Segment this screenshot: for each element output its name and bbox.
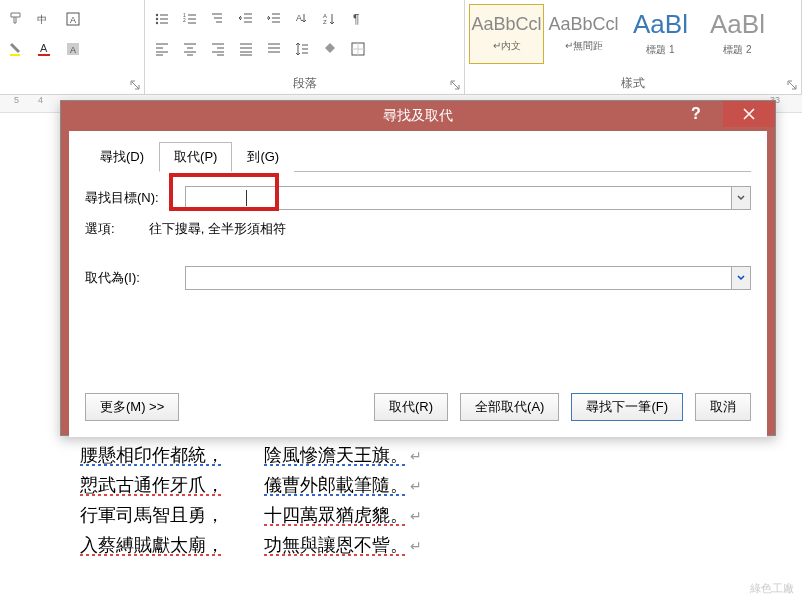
find-replace-dialog: 尋找及取代 ? 尋找(D) 取代(P) 到(G) 尋找目標(N): 選項: 往下… xyxy=(60,100,776,436)
close-button[interactable] xyxy=(723,101,775,127)
more-button[interactable]: 更多(M) >> xyxy=(85,393,179,421)
style-heading2[interactable]: AaBl 標題 2 xyxy=(700,4,775,64)
ribbon: 中 A A A 12 A AZ ¶ xyxy=(0,0,802,95)
multilevel-icon[interactable] xyxy=(207,8,229,30)
replace-history-dropdown[interactable] xyxy=(731,266,751,290)
replace-button[interactable]: 取代(R) xyxy=(374,393,448,421)
replace-label: 取代為(I): xyxy=(85,269,175,287)
font-group: 中 A A A xyxy=(0,0,145,94)
justify-icon[interactable] xyxy=(235,38,257,60)
svg-rect-5 xyxy=(38,54,50,56)
tab-find[interactable]: 尋找(D) xyxy=(85,142,159,172)
styles-dialog-launcher[interactable] xyxy=(785,78,799,92)
doc-line: 腰懸相印作都統， 陰風慘澹天王旗。↵ xyxy=(80,443,802,467)
replace-input[interactable] xyxy=(185,266,731,290)
dialog-body: 尋找(D) 取代(P) 到(G) 尋找目標(N): 選項: 往下搜尋, 全半形須… xyxy=(69,131,767,437)
align-left-icon[interactable] xyxy=(151,38,173,60)
char-border-icon[interactable]: A xyxy=(62,8,84,30)
styles-group: AaBbCcl ↵內文 AaBbCcl ↵無間距 AaBl 標題 1 AaBl … xyxy=(465,0,802,94)
svg-text:中: 中 xyxy=(37,14,47,25)
svg-text:2: 2 xyxy=(183,17,186,23)
char-shading-icon[interactable]: A xyxy=(62,38,84,60)
find-next-button[interactable]: 尋找下一筆(F) xyxy=(571,393,683,421)
paragraph-label: 段落 xyxy=(151,73,458,94)
svg-point-8 xyxy=(156,14,158,16)
tab-replace[interactable]: 取代(P) xyxy=(159,142,232,172)
dialog-title[interactable]: 尋找及取代 ? xyxy=(61,101,775,131)
tab-goto[interactable]: 到(G) xyxy=(232,142,294,172)
align-center-icon[interactable] xyxy=(179,38,201,60)
increase-indent-icon[interactable] xyxy=(263,8,285,30)
help-button[interactable]: ? xyxy=(675,101,717,127)
shading-icon[interactable] xyxy=(319,38,341,60)
close-icon xyxy=(743,108,755,120)
svg-point-10 xyxy=(156,22,158,24)
doc-line: 行軍司馬智且勇， 十四萬眾猶虎貔。↵ xyxy=(80,503,802,527)
format-painter-icon[interactable] xyxy=(6,8,28,30)
replace-all-button[interactable]: 全部取代(A) xyxy=(460,393,559,421)
svg-text:Z: Z xyxy=(323,19,327,25)
svg-text:A: A xyxy=(40,42,48,54)
highlight-icon[interactable] xyxy=(6,38,28,60)
doc-line: 愬武古通作牙爪， 儀曹外郎載筆隨。↵ xyxy=(80,473,802,497)
options-label: 選項: xyxy=(85,220,115,238)
svg-rect-3 xyxy=(10,54,20,56)
doc-line: 入蔡縛賊獻太廟， 功無與讓恩不訾。↵ xyxy=(80,533,802,557)
svg-text:A: A xyxy=(296,13,302,23)
style-no-spacing[interactable]: AaBbCcl ↵無間距 xyxy=(546,4,621,64)
decrease-indent-icon[interactable] xyxy=(235,8,257,30)
paragraph-group: 12 A AZ ¶ 段落 xyxy=(145,0,465,94)
styles-label: 樣式 xyxy=(469,73,797,94)
line-spacing-icon[interactable] xyxy=(291,38,313,60)
font-dialog-launcher[interactable] xyxy=(128,78,142,92)
style-heading1[interactable]: AaBl 標題 1 xyxy=(623,4,698,64)
svg-text:¶: ¶ xyxy=(353,12,359,26)
font-color-icon[interactable]: A xyxy=(34,38,56,60)
bullets-icon[interactable] xyxy=(151,8,173,30)
cancel-button[interactable]: 取消 xyxy=(695,393,751,421)
distribute-icon[interactable] xyxy=(263,38,285,60)
watermark: 綠色工廠 xyxy=(750,581,794,596)
phonetic-guide-icon[interactable]: 中 xyxy=(34,8,56,30)
sort-icon[interactable]: AZ xyxy=(319,8,341,30)
find-history-dropdown[interactable] xyxy=(731,186,751,210)
options-value: 往下搜尋, 全半形須相符 xyxy=(149,220,286,238)
text-direction-icon[interactable]: A xyxy=(291,8,313,30)
find-input[interactable] xyxy=(185,186,731,210)
svg-point-9 xyxy=(156,18,158,20)
align-right-icon[interactable] xyxy=(207,38,229,60)
show-marks-icon[interactable]: ¶ xyxy=(347,8,369,30)
numbering-icon[interactable]: 12 xyxy=(179,8,201,30)
style-normal[interactable]: AaBbCcl ↵內文 xyxy=(469,4,544,64)
paragraph-dialog-launcher[interactable] xyxy=(448,78,462,92)
find-label: 尋找目標(N): xyxy=(85,189,175,207)
dialog-tabs: 尋找(D) 取代(P) 到(G) xyxy=(85,141,751,172)
svg-text:A: A xyxy=(70,45,76,55)
svg-text:A: A xyxy=(70,15,76,25)
borders-icon[interactable] xyxy=(347,38,369,60)
style-gallery[interactable]: AaBbCcl ↵內文 AaBbCcl ↵無間距 AaBl 標題 1 AaBl … xyxy=(469,0,797,68)
